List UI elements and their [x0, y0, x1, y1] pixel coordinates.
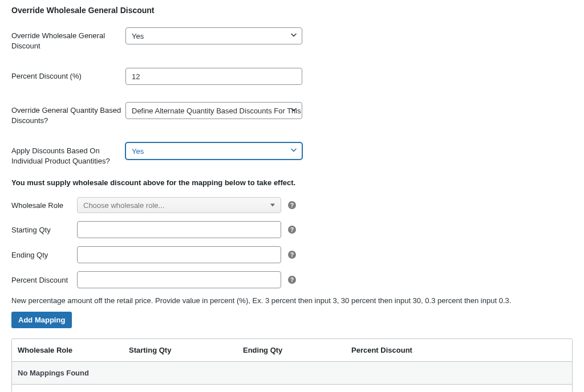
override-general-select[interactable]: Yes: [125, 27, 302, 44]
mapping-start-label: Starting Qty: [11, 226, 77, 234]
mapping-percent-row: Percent Discount ?: [11, 271, 573, 288]
table-footer-row: Wholesale Role Starting Qty Ending Qty P…: [12, 385, 572, 392]
mapping-role-row: Wholesale Role Choose wholesale role... …: [11, 197, 573, 213]
apply-individual-value: Yes: [132, 147, 144, 156]
help-icon[interactable]: ?: [288, 226, 296, 234]
override-qty-value: Define Alternate Quantity Based Discount…: [132, 107, 302, 115]
caret-down-icon: [270, 204, 275, 207]
chevron-down-icon: [290, 147, 297, 156]
col-end: Ending Qty: [243, 346, 351, 354]
field-percent-discount: Percent Discount (%): [11, 68, 573, 85]
percent-discount-input[interactable]: [125, 68, 302, 85]
col-role: Wholesale Role: [18, 346, 129, 354]
field-override-qty: Override General Quantity Based Discount…: [11, 102, 573, 125]
mapping-hint: New percentage amount off the retail pri…: [11, 296, 573, 305]
table-empty-text: No Mappings Found: [18, 369, 89, 377]
mappings-table: Wholesale Role Starting Qty Ending Qty P…: [11, 338, 573, 392]
percent-discount-label: Percent Discount (%): [11, 68, 125, 81]
apply-individual-label: Apply Discounts Based On Individual Prod…: [11, 142, 125, 166]
override-qty-label: Override General Quantity Based Discount…: [11, 102, 125, 125]
field-apply-individual: Apply Discounts Based On Individual Prod…: [11, 142, 573, 166]
mapping-end-row: Ending Qty ?: [11, 246, 573, 263]
field-override-general: Override Wholesale General Discount Yes: [11, 27, 573, 51]
col-start: Starting Qty: [129, 346, 243, 354]
mapping-start-row: Starting Qty ?: [11, 221, 573, 238]
override-general-value: Yes: [132, 32, 144, 40]
mapping-percent-input[interactable]: [77, 271, 281, 288]
help-icon[interactable]: ?: [288, 251, 296, 259]
col-percent: Percent Discount: [351, 346, 566, 354]
starting-qty-input[interactable]: [77, 221, 281, 238]
override-qty-select[interactable]: Define Alternate Quantity Based Discount…: [125, 102, 302, 119]
override-general-label: Override Wholesale General Discount: [11, 27, 125, 51]
help-icon[interactable]: ?: [288, 201, 296, 209]
ending-qty-input[interactable]: [77, 246, 281, 263]
add-mapping-button[interactable]: Add Mapping: [11, 312, 72, 328]
wholesale-role-select[interactable]: Choose wholesale role...: [77, 197, 281, 213]
table-header-row: Wholesale Role Starting Qty Ending Qty P…: [12, 339, 572, 361]
mapping-role-label: Wholesale Role: [11, 201, 77, 210]
help-icon[interactable]: ?: [288, 276, 296, 284]
mapping-end-label: Ending Qty: [11, 251, 77, 259]
mapping-notice: You must supply wholesale discount above…: [11, 178, 573, 187]
wholesale-role-placeholder: Choose wholesale role...: [83, 201, 164, 210]
table-empty-row: No Mappings Found: [12, 361, 572, 385]
section-title: Override Wholesale General Discount: [11, 6, 573, 15]
mapping-percent-label: Percent Discount: [11, 276, 77, 284]
apply-individual-select[interactable]: Yes: [125, 142, 302, 160]
chevron-down-icon: [290, 32, 297, 40]
